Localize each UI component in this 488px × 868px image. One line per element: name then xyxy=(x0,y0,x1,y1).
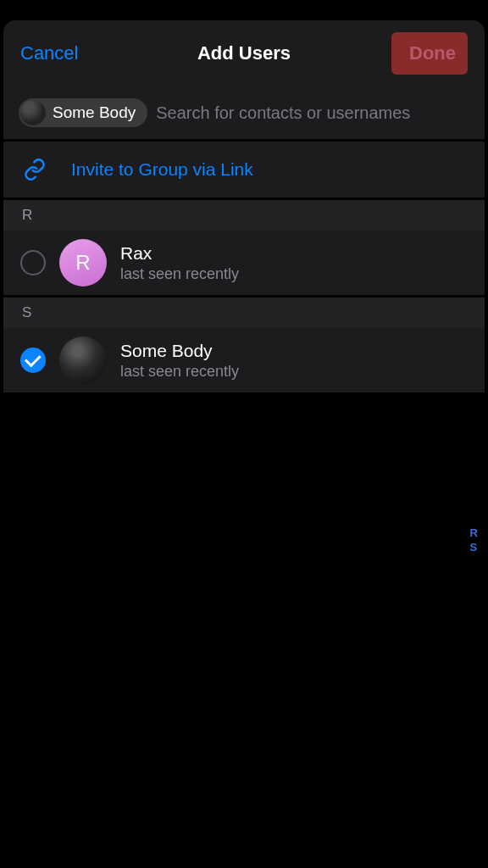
add-users-screen: Cancel Add Users Done Some Body Search f… xyxy=(0,0,488,868)
alphabet-index[interactable]: R S xyxy=(469,526,480,554)
contact-status: last seen recently xyxy=(120,265,239,283)
index-letter-s[interactable]: S xyxy=(469,540,480,554)
search-input[interactable]: Search for contacts or usernames xyxy=(156,103,469,123)
section-header-r: R xyxy=(3,200,485,231)
link-icon xyxy=(22,157,47,182)
header: Cancel Add Users Done xyxy=(3,20,485,90)
chip-avatar xyxy=(20,100,46,125)
invite-via-link-row[interactable]: Invite to Group via Link xyxy=(3,142,485,198)
index-letter-r[interactable]: R xyxy=(469,526,480,540)
checkbox-checked[interactable] xyxy=(20,348,46,373)
contact-name: Rax xyxy=(120,243,239,264)
contact-status: last seen recently xyxy=(120,363,239,381)
chip-label: Some Body xyxy=(53,103,136,122)
page-title: Add Users xyxy=(97,42,391,64)
contact-row-somebody[interactable]: Some Body last seen recently xyxy=(3,328,485,392)
contact-row-rax[interactable]: R Rax last seen recently xyxy=(3,231,485,295)
contact-name: Some Body xyxy=(120,341,239,361)
section-header-s: S xyxy=(3,298,485,328)
selected-user-chip[interactable]: Some Body xyxy=(19,98,147,127)
avatar: R xyxy=(59,239,107,287)
cancel-button[interactable]: Cancel xyxy=(20,42,97,64)
contact-info: Rax last seen recently xyxy=(120,243,239,283)
search-bar[interactable]: Some Body Search for contacts or usernam… xyxy=(3,90,485,139)
avatar xyxy=(59,337,107,384)
checkbox-unchecked[interactable] xyxy=(20,250,46,275)
done-button[interactable]: Done xyxy=(391,32,468,75)
contact-info: Some Body last seen recently xyxy=(120,341,239,381)
invite-via-link-label: Invite to Group via Link xyxy=(71,159,253,180)
